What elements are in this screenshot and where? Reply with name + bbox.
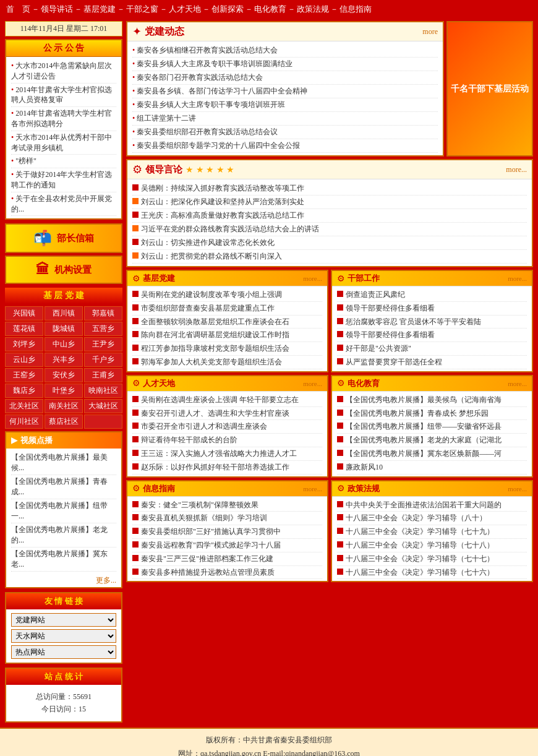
list-item[interactable]: 2014年甘肃省大学生村官拟选聘人员资格复审 [11,84,116,108]
list-item[interactable]: 吴衙刚在选调生座谈会上强调 年轻干部要立志在 [132,393,322,407]
list-item[interactable]: 市委组织部督查秦安县基层党建重点工作 [132,302,322,316]
list-item[interactable]: 秦安县各乡镇、各部门传达学习十八届四中全会精神 [132,85,438,98]
list-item[interactable]: 【全国优秀电教片展播】冀东老... [11,548,116,572]
video-more-link[interactable]: 更多... [6,574,121,587]
list-item[interactable]: 刘云山：把深化作风建设和坚持从严治党落到实处 [132,195,527,209]
nav-grassroots[interactable]: 基层党建 [83,4,116,15]
list-item[interactable]: 刘云山：把贯彻党的群众路线不断引向深入 [132,250,527,264]
town-link[interactable]: 王尹乡 [84,337,122,351]
list-item[interactable]: 吴德刚：持续深入抓好教育实践活动整改等项工作 [132,182,527,195]
dynamics-more-link[interactable]: more [422,27,438,37]
nav-electro[interactable]: 电化教育 [254,4,286,15]
list-item[interactable]: 秦安召开引进人才、选调生和大学生村官座谈 [132,407,322,421]
list-item[interactable]: 【全国优秀电教片展播】纽带——安徽省怀远县 [337,420,527,434]
list-item[interactable]: 关于在全县农村党员中开展党的... [11,192,116,217]
nav-home[interactable]: 首 页 [6,4,30,15]
list-item[interactable]: 秦安各部门召开教育实践活动总结大会 [132,71,438,85]
list-item[interactable]: 秦安县直机关狠抓新《细则》学习培训 [132,512,322,525]
list-item[interactable]: 好干部是"公共资源" [337,342,527,356]
list-item[interactable]: 【全国优秀电教片展播】冀东老区焕新颜——河 [337,447,527,461]
list-item[interactable]: 【全国优秀电教片展播】老龙的... [11,523,116,548]
nav-cadre[interactable]: 干部之窗 [126,4,158,15]
section-more-link[interactable]: more... [303,275,322,282]
section-more-link[interactable]: more... [508,275,527,282]
list-item[interactable]: 十八届三中全会《决定》学习辅导（七十九） [337,525,527,539]
tianshui-sites-select[interactable]: 天水网站 [11,629,116,643]
nav-leader[interactable]: 领导讲话 [41,4,73,15]
section-more-link[interactable]: more... [508,485,527,492]
list-item[interactable]: 十八届三中全会《决定》学习辅导（七十八） [337,539,527,552]
nav-talent[interactable]: 人才天地 [169,4,201,15]
list-item[interactable]: 程江芳参加指导康坡村党支部专题组织生活会 [132,342,322,356]
list-item[interactable]: 秦安县委组织部"三好"措施认真学习贯彻中 [132,525,322,539]
section-more-link[interactable]: more... [303,380,322,387]
town-link[interactable]: 陇城镇 [45,322,83,336]
org-setup-button[interactable]: 🏛 机构设置 [5,256,122,284]
list-item[interactable]: 【全国优秀电教片展播】纽带一... [11,499,116,523]
town-link[interactable]: 云山乡 [5,353,43,367]
town-link[interactable]: 大城社区 [84,399,122,413]
list-item[interactable]: 秦安县乡镇人大主席及专职干事培训班圆满结业 [132,58,438,71]
town-link[interactable]: 莲花镇 [5,322,43,336]
list-item[interactable]: 【全国优秀电教片展播】最美候... [11,451,116,475]
list-item[interactable]: 陈向群在河北省调研基层党组织建设工作时指 [132,329,322,342]
list-item[interactable]: 【全国优秀电教片展播】老龙的大家庭（记湖北 [337,434,527,447]
nav-info[interactable]: 信息指南 [339,4,372,15]
list-item[interactable]: 秦安各乡镇相继召开教育实践活动总结大会 [132,44,438,58]
list-item[interactable]: 市委召开全市引进人才和选调生座谈会 [132,420,322,434]
town-link[interactable]: 千户乡 [84,353,122,367]
list-item[interactable]: 赵乐际：以好作风抓好年轻干部培养选拔工作 [132,461,322,475]
list-item[interactable]: 秦安县远程教育"四学"模式掀起学习十八届 [132,539,322,552]
list-item[interactable]: 【全国优秀电教片展播】最美候鸟（记海南省海 [337,393,527,407]
list-item[interactable]: 惩治腐败零容忍 官员退休不等于平安着陆 [337,316,527,329]
list-item[interactable]: 廉政新风10 [337,461,527,475]
nav-innovation[interactable]: 创新探索 [211,4,244,15]
section-more-link[interactable]: more... [303,485,322,492]
list-item[interactable]: 2014年甘肃省选聘大学生村官各市州拟选聘分 [11,107,116,131]
list-item[interactable]: 秦安：健全"三项机制"保障整顿效果 [132,499,322,512]
list-item[interactable]: 王光庆：高标准高质量做好教育实践活动总结工作 [132,209,527,223]
town-link[interactable]: 中山乡 [45,337,83,351]
town-link[interactable]: 何川社区 [5,415,43,429]
section-more-link[interactable]: more... [508,380,527,387]
list-item[interactable]: 十八届三中全会《决定》学习辅导（七十六） [337,566,527,580]
list-item[interactable]: 领导干部要经得住多看细看 [337,329,527,342]
list-item[interactable]: 秦安县委组织部召开教育实践活动总结会议 [132,126,438,139]
list-item[interactable]: 天水市2014年从优秀村干部中考试录用乡镇机 [11,131,116,155]
list-item[interactable]: 王三运：深入实施人才强省战略大力推进人才工 [132,447,322,461]
town-link[interactable]: 王甫乡 [84,368,122,382]
town-link[interactable]: 南关社区 [45,399,83,413]
town-link[interactable]: 映南社区 [84,384,122,398]
list-item[interactable]: 【全国优秀电教片展播】青春成长 梦想乐园 [337,407,527,421]
town-link[interactable]: 西川镇 [45,306,83,320]
minister-mailbox-button[interactable]: 📬 部长信箱 [5,223,122,253]
list-item[interactable]: 刘云山：切实推进作风建设常态化长效化 [132,236,527,250]
list-item[interactable]: 领导干部要经得住多看细看 [337,302,527,316]
list-item[interactable]: 十八届三中全会《决定》学习辅导（八十） [337,512,527,525]
list-item[interactable]: "榜样" [11,155,116,168]
town-link[interactable]: 兴丰乡 [45,353,83,367]
list-item[interactable]: 【全国优秀电教片展播】青春成... [11,475,116,499]
list-item[interactable]: 辩证看待年轻干部成长的台阶 [132,434,322,447]
list-item[interactable]: 十八届三中全会《决定》学习辅导（七十七） [337,552,527,566]
list-item[interactable]: 秦安县乡镇人大主席专职干事专项培训班开班 [132,98,438,112]
list-item[interactable]: 习近平在党的群众路线教育实践活动总结大会上的讲话 [132,223,527,236]
town-link[interactable]: 魏店乡 [5,384,43,398]
list-item[interactable]: 秦安县委组织部专题学习党的十八届四中全会公报 [132,139,438,153]
list-item[interactable]: 全面整顿软弱涣散基层党组织工作座谈会在石 [132,316,322,329]
town-link[interactable]: 兴国镇 [5,306,43,320]
town-link[interactable]: 叶堡乡 [45,384,83,398]
list-item[interactable]: 秦安县多种措施提升远教站点管理员素质 [132,566,322,580]
hotspot-sites-select[interactable]: 热点网站 [11,645,116,659]
list-item[interactable]: 吴衙刚在党的建设制度改革专项小组上强调 [132,288,322,302]
list-item[interactable]: 组工讲堂第十二讲 [132,112,438,126]
list-item[interactable]: 郭海军参加人大机关党支部专题组织生活会 [132,356,322,369]
list-item[interactable]: 关于做好2014年大学生村官选聘工作的通知 [11,168,116,192]
list-item[interactable]: 秦安县"三严三促"推进部档案工作三化建 [132,552,322,566]
leader-more-link[interactable]: more... [506,165,527,174]
list-item[interactable]: 大水市2014牛急需紧缺向层次人才引进公告 [11,59,116,84]
list-item[interactable]: 中共中央关于全面推进依法治国若干重大问题的 [337,499,527,512]
list-item[interactable]: 从严监督要贯穿干部选任全程 [337,356,527,369]
town-link[interactable]: 郭嘉镇 [84,306,122,320]
town-link[interactable]: 王窑乡 [5,368,43,382]
